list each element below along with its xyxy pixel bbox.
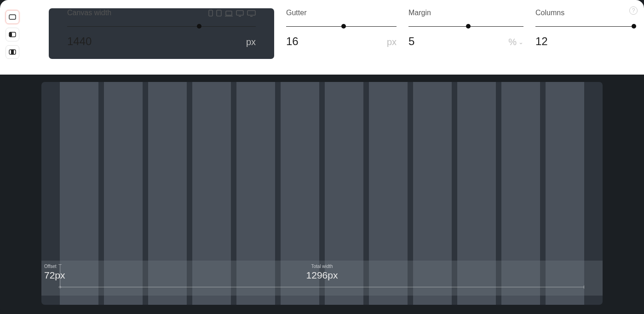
gutter-label: Gutter xyxy=(286,9,306,17)
margin-unit-text: % xyxy=(508,37,517,47)
device-desktop-icon[interactable] xyxy=(236,10,244,17)
device-presets xyxy=(208,10,256,17)
controls-panel: ? Canvas width xyxy=(0,0,644,75)
total-value: 1296px xyxy=(306,270,338,280)
svg-rect-2 xyxy=(9,32,12,37)
svg-rect-7 xyxy=(226,11,232,15)
rectangle-center-fill-icon xyxy=(9,49,16,55)
margin-unit-select[interactable]: % ⌄ xyxy=(508,37,523,47)
total-width-readout: Total width 1296px xyxy=(306,264,338,281)
margin-slider[interactable] xyxy=(408,24,523,29)
svg-rect-6 xyxy=(217,10,221,16)
mode-outline-button[interactable] xyxy=(6,10,19,24)
chevron-down-icon: ⌄ xyxy=(518,39,523,46)
device-phone-icon[interactable] xyxy=(208,10,213,17)
margin-value[interactable]: 5 xyxy=(408,35,489,48)
columns-slider[interactable] xyxy=(535,24,634,29)
margin-group: Margin 5 % ⌄ xyxy=(408,8,523,59)
preview-area: Offset 72px Total width 1296px xyxy=(0,75,644,314)
offset-value: 72px xyxy=(44,270,65,280)
rectangle-left-fill-icon xyxy=(9,32,16,37)
mode-left-button[interactable] xyxy=(6,28,19,41)
svg-rect-0 xyxy=(9,15,16,19)
margin-label: Margin xyxy=(408,9,431,17)
gutter-group: Gutter 16 px xyxy=(286,8,397,59)
total-width-ruler xyxy=(60,287,584,287)
offset-title: Offset xyxy=(44,264,65,269)
total-title: Total width xyxy=(306,264,338,269)
gutter-unit: px xyxy=(387,37,397,47)
canvas-width-label: Canvas width xyxy=(67,9,111,17)
gutter-value[interactable]: 16 xyxy=(286,35,363,48)
device-wide-icon[interactable] xyxy=(247,10,256,17)
columns-value[interactable]: 12 xyxy=(535,35,604,48)
help-icon[interactable]: ? xyxy=(629,6,638,15)
svg-rect-11 xyxy=(247,11,255,15)
canvas-width-value[interactable]: 1440 xyxy=(67,35,199,48)
rectangle-outline-icon xyxy=(9,14,16,20)
svg-rect-4 xyxy=(11,50,14,54)
columns-group: Columns 12 xyxy=(535,8,634,59)
columns-label: Columns xyxy=(535,9,564,17)
canvas-width-unit: px xyxy=(246,37,256,47)
measurement-overlay: Offset 72px Total width 1296px xyxy=(41,261,603,296)
svg-rect-9 xyxy=(236,11,243,15)
canvas-width-group: Canvas width 1440 px xyxy=(49,8,274,59)
preview-canvas: Offset 72px Total width 1296px xyxy=(41,82,603,305)
mode-center-button[interactable] xyxy=(6,45,19,59)
gutter-slider[interactable] xyxy=(286,24,397,29)
device-tablet-icon[interactable] xyxy=(216,10,222,17)
svg-rect-5 xyxy=(209,10,213,16)
offset-readout: Offset 72px xyxy=(44,264,65,281)
device-laptop-icon[interactable] xyxy=(225,11,233,17)
mode-rail xyxy=(6,8,19,59)
canvas-width-slider[interactable] xyxy=(67,24,256,29)
